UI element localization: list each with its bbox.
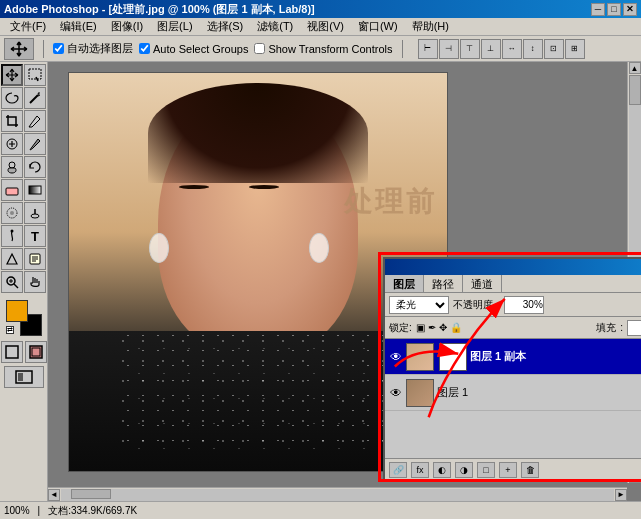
lock-icons: ▣ ✒ ✥ 🔒: [416, 322, 462, 333]
scroll-thumb[interactable]: [629, 75, 641, 105]
menu-image[interactable]: 图像(I): [105, 18, 149, 35]
color-swatches: ⇄: [4, 300, 44, 336]
crop-tool[interactable]: [1, 110, 23, 132]
close-button[interactable]: ✕: [623, 3, 637, 16]
distribute2-button[interactable]: ⊞: [565, 39, 585, 59]
svg-line-1: [30, 95, 38, 103]
brush-tool[interactable]: [24, 133, 46, 155]
foreground-color-swatch[interactable]: [6, 300, 28, 322]
pen-tool[interactable]: [1, 225, 23, 247]
adjustment-layer-button[interactable]: ◑: [455, 462, 473, 478]
minimize-button[interactable]: ─: [591, 3, 605, 16]
layers-list: 👁 图层 1 副本 👁 图层 1: [385, 339, 641, 458]
align-center-v-button[interactable]: ⊣: [439, 39, 459, 59]
eye-icon-copy[interactable]: 👁: [389, 350, 403, 364]
menu-edit[interactable]: 编辑(E): [54, 18, 103, 35]
standard-mode-button[interactable]: [1, 341, 23, 363]
align-top-button[interactable]: ⊥: [481, 39, 501, 59]
svg-point-3: [9, 162, 15, 168]
lock-transparency-icon[interactable]: ▣: [416, 322, 425, 333]
zoom-tool[interactable]: [1, 271, 23, 293]
text-overlay: 处理前: [344, 183, 437, 221]
dodge-tool[interactable]: [24, 202, 46, 224]
scroll-right-button[interactable]: ►: [615, 489, 627, 501]
stamp-tool[interactable]: [1, 156, 23, 178]
auto-select-layer-checkbox[interactable]: [53, 43, 64, 54]
opacity-input[interactable]: [504, 296, 544, 314]
text-tool[interactable]: T: [24, 225, 46, 247]
notes-tool[interactable]: [24, 248, 46, 270]
align-right-button[interactable]: ⊤: [460, 39, 480, 59]
menu-select[interactable]: 选择(S): [201, 18, 250, 35]
lock-all-icon[interactable]: 🔒: [450, 322, 462, 333]
eye-icon-1[interactable]: 👁: [389, 386, 403, 400]
delete-layer-button[interactable]: 🗑: [521, 462, 539, 478]
menu-view[interactable]: 视图(V): [301, 18, 350, 35]
magic-wand-tool[interactable]: [24, 87, 46, 109]
screen-mode-button[interactable]: [4, 366, 44, 388]
hscroll-track: [61, 489, 614, 501]
divider2: [402, 40, 403, 58]
hand-tool[interactable]: [24, 271, 46, 293]
shape-tool[interactable]: [1, 248, 23, 270]
layer-style-button[interactable]: fx: [411, 462, 429, 478]
tab-channels[interactable]: 通道: [463, 275, 502, 292]
svg-marker-11: [7, 254, 17, 264]
eyedropper-tool[interactable]: [24, 110, 46, 132]
menu-window[interactable]: 窗口(W): [352, 18, 404, 35]
menu-filter[interactable]: 滤镜(T): [251, 18, 299, 35]
link-layers-button[interactable]: 🔗: [389, 462, 407, 478]
quick-mask-button[interactable]: [25, 341, 47, 363]
layer-item-1[interactable]: 👁 图层 1: [385, 375, 641, 411]
svg-rect-24: [18, 373, 23, 381]
scroll-left-button[interactable]: ◄: [48, 489, 60, 501]
lock-position-icon[interactable]: ✥: [439, 322, 447, 333]
eraser-tool[interactable]: [1, 179, 23, 201]
auto-select-groups-checkbox[interactable]: [139, 43, 150, 54]
move-tool[interactable]: [1, 64, 23, 86]
new-layer-button[interactable]: +: [499, 462, 517, 478]
options-bar: 自动选择图层 Auto Select Groups Show Transform…: [0, 36, 641, 62]
layer-mask-thumb-copy: [439, 343, 467, 371]
layers-panel: ─ ✕ 图层 路径 通道 柔光 正常 溶解 正片叠底 滤色 不透明度: [383, 257, 641, 482]
auto-select-groups-label: Auto Select Groups: [153, 43, 248, 55]
distribute1-button[interactable]: ⊡: [544, 39, 564, 59]
horizontal-scrollbar[interactable]: ◄ ►: [48, 487, 627, 501]
menu-layer[interactable]: 图层(L): [151, 18, 198, 35]
title-bar: Adobe Photoshop - [处理前.jpg @ 100% (图层 1 …: [0, 0, 641, 18]
earring-right: [309, 233, 329, 263]
gradient-tool[interactable]: [24, 179, 46, 201]
align-middle-h-button[interactable]: ↔: [502, 39, 522, 59]
fill-input[interactable]: [627, 320, 641, 336]
lasso-tool[interactable]: [1, 87, 23, 109]
menu-help[interactable]: 帮助(H): [406, 18, 455, 35]
blur-tool[interactable]: [1, 202, 23, 224]
show-transform-controls-checkbox[interactable]: [254, 43, 265, 54]
layer-mask-button[interactable]: ◐: [433, 462, 451, 478]
tab-layers[interactable]: 图层: [385, 275, 424, 292]
portrait-eye-right: [249, 185, 279, 189]
scroll-up-button[interactable]: ▲: [629, 62, 641, 74]
menu-file[interactable]: 文件(F): [4, 18, 52, 35]
doc-info: 文档:334.9K/669.7K: [48, 504, 137, 518]
select-tool[interactable]: [24, 64, 46, 86]
tab-paths[interactable]: 路径: [424, 275, 463, 292]
layer-item-copy[interactable]: 👁 图层 1 副本: [385, 339, 641, 375]
blend-mode-select[interactable]: 柔光 正常 溶解 正片叠底 滤色: [389, 296, 449, 314]
layer-thumb-1: [406, 379, 434, 407]
svg-point-7: [10, 211, 14, 215]
history-brush-tool[interactable]: [24, 156, 46, 178]
heal-tool[interactable]: [1, 133, 23, 155]
layers-lock-fill: 锁定: ▣ ✒ ✥ 🔒 填充 :: [385, 317, 641, 339]
align-bottom-button[interactable]: ↕: [523, 39, 543, 59]
hscroll-thumb[interactable]: [71, 489, 111, 499]
swap-colors-icon[interactable]: ⇄: [6, 326, 14, 334]
svg-rect-20: [6, 346, 18, 358]
align-left-button[interactable]: ⊢: [418, 39, 438, 59]
layer-name-copy: 图层 1 副本: [470, 349, 641, 364]
maximize-button[interactable]: □: [607, 3, 621, 16]
new-group-button[interactable]: □: [477, 462, 495, 478]
lock-image-icon[interactable]: ✒: [428, 322, 436, 333]
fill-colon: :: [620, 322, 623, 333]
svg-point-8: [31, 214, 39, 218]
